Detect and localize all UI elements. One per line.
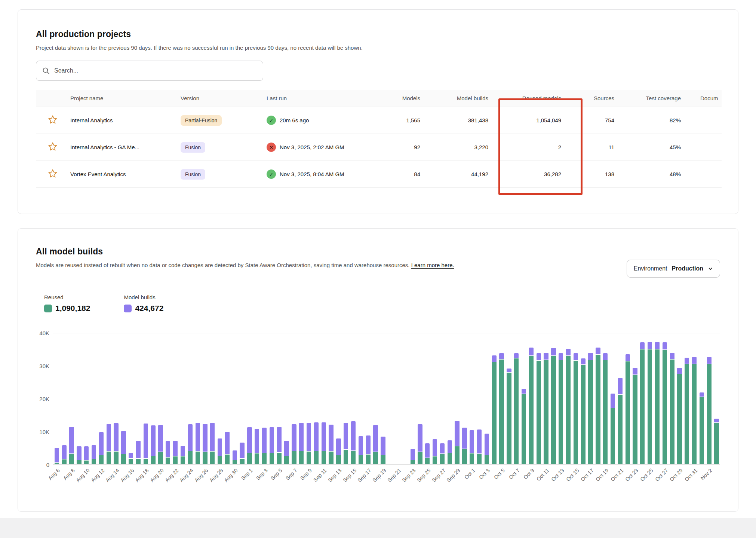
x-axis-tick-label: Oct 7 <box>508 467 521 480</box>
x-axis-tick-label: Oct 21 <box>609 467 624 482</box>
x-axis-tick-label: Sep 7 <box>285 467 298 481</box>
legend-label: Model builds <box>124 294 163 300</box>
chart-legend: Reused 1,090,182 Model builds 424,672 <box>44 294 720 313</box>
y-axis-tick-label: 30K <box>39 363 49 369</box>
legend-item-reused: Reused 1,090,182 <box>44 294 90 313</box>
column-header-test-coverage: Test coverage <box>615 95 682 101</box>
search-box[interactable] <box>36 61 263 81</box>
x-axis-tick-label: Oct 17 <box>580 467 594 482</box>
reused-models-value: 36,282 <box>489 171 562 177</box>
search-icon <box>42 67 50 74</box>
plot-area: Aug 6Aug 8Aug 10Aug 12Aug 14Aug 16Aug 18… <box>53 333 720 465</box>
x-axis-tick-label: Aug 18 <box>134 467 150 483</box>
x-axis-tick-label: Sep 1 <box>240 467 254 481</box>
table-header-row: Project name Version Last run Models Mod… <box>36 90 722 107</box>
y-axis-tick-label: 10K <box>39 429 49 435</box>
gridline <box>53 366 720 366</box>
y-axis-tick-label: 0 <box>46 462 49 468</box>
x-axis-tick-label: Aug 6 <box>47 467 61 481</box>
x-axis-tick-label: Oct 1 <box>463 467 476 480</box>
reused-swatch-icon <box>44 305 52 312</box>
x-axis-tick-label: Oct 23 <box>624 467 639 482</box>
x-axis-tick-label: Oct 31 <box>683 467 698 482</box>
x-axis-tick-label: Oct 9 <box>522 467 535 480</box>
test-coverage-value: 82% <box>615 117 682 123</box>
x-axis-tick-label: Oct 29 <box>669 467 683 482</box>
search-input[interactable] <box>54 67 257 74</box>
models-value: 92 <box>377 144 421 150</box>
sources-value: 754 <box>562 117 615 123</box>
error-status-icon: ✕ <box>267 143 276 152</box>
table-row: Internal Analytics Partial-Fusion ✓20m 6… <box>36 107 722 134</box>
column-header-model-builds: Model builds <box>421 95 489 101</box>
x-axis-tick-label: Sep 21 <box>386 467 402 483</box>
last-run-text: 20m 6s ago <box>280 117 309 123</box>
legend-value: 1,090,182 <box>55 304 90 313</box>
projects-card-subtitle: Project data shown is for the previous 9… <box>36 45 720 51</box>
x-axis-tick-label: Sep 27 <box>431 467 447 483</box>
star-icon[interactable] <box>48 169 58 178</box>
x-axis-tick-label: Sep 5 <box>270 467 283 481</box>
version-badge: Partial-Fusion <box>181 115 222 126</box>
legend-label: Reused <box>44 294 90 300</box>
x-axis-tick-label: Oct 25 <box>639 467 654 482</box>
star-icon[interactable] <box>48 115 58 125</box>
star-icon[interactable] <box>48 142 58 152</box>
x-axis-tick-label: Aug 22 <box>164 467 180 483</box>
test-coverage-value: 48% <box>615 171 682 177</box>
x-axis-tick-label: Sep 11 <box>312 467 328 483</box>
environment-dropdown-label: Environment <box>634 265 667 272</box>
x-axis-tick-label: Sep 19 <box>371 467 387 483</box>
x-axis-tick-label: Sep 3 <box>255 467 268 481</box>
x-axis-tick-label: Aug 8 <box>62 467 76 481</box>
last-run-text: Nov 3, 2025, 2:02 AM GM <box>280 144 344 150</box>
project-name-link[interactable]: Vortex Event Analytics <box>70 171 126 177</box>
chevron-down-icon <box>708 266 713 271</box>
x-axis-tick-label: Aug 26 <box>193 467 209 483</box>
last-run-text: Nov 3, 2025, 8:04 AM GM <box>280 171 344 177</box>
model-builds-value: 44,192 <box>421 171 489 177</box>
projects-card: All production projects Project data sho… <box>18 9 738 214</box>
success-status-icon: ✓ <box>267 169 276 179</box>
x-axis-tick-label: Aug 20 <box>149 467 165 483</box>
legend-item-model-builds: Model builds 424,672 <box>124 294 163 313</box>
x-axis-tick-label: Sep 29 <box>445 467 461 483</box>
x-axis-tick-label: Sep 9 <box>299 467 313 481</box>
y-axis-tick-label: 40K <box>39 330 49 336</box>
sources-value: 11 <box>562 144 615 150</box>
projects-table: Project name Version Last run Models Mod… <box>36 90 722 188</box>
x-axis-tick-label: Oct 3 <box>478 467 491 480</box>
success-status-icon: ✓ <box>267 116 276 125</box>
project-name-link[interactable]: Internal Analytics - GA Me... <box>70 144 139 150</box>
environment-dropdown-value: Production <box>672 265 703 272</box>
gridline <box>53 333 720 333</box>
column-header-last-run: Last run <box>266 95 377 101</box>
reused-models-value: 1,054,049 <box>489 117 562 123</box>
x-axis-tick-label: Aug 30 <box>223 467 239 483</box>
x-axis-tick-label: Sep 25 <box>416 467 432 483</box>
project-name-link[interactable]: Internal Analytics <box>70 117 113 123</box>
column-header-models: Models <box>377 95 421 101</box>
x-axis-tick-label: Sep 17 <box>356 467 372 483</box>
table-row: Internal Analytics - GA Me... Fusion ✕No… <box>36 134 722 161</box>
column-header-sources: Sources <box>562 95 615 101</box>
model-builds-swatch-icon <box>124 305 132 312</box>
version-badge: Fusion <box>181 142 205 153</box>
learn-more-link[interactable]: Learn more here. <box>411 262 454 268</box>
model-builds-card: All model builds Models are reused inste… <box>18 228 738 512</box>
x-axis-tick-label: Oct 19 <box>594 467 609 482</box>
x-axis-tick-label: Aug 12 <box>90 467 106 483</box>
column-header-reused-models: Reused models <box>489 95 562 101</box>
page-footer-strip <box>0 518 756 538</box>
x-axis-tick-label: Aug 14 <box>104 467 120 483</box>
legend-value: 424,672 <box>135 304 163 313</box>
x-axis-tick-label: Oct 13 <box>550 467 565 482</box>
x-axis-tick-label: Aug 10 <box>75 467 91 483</box>
column-header-version: Version <box>180 95 266 101</box>
builds-card-title: All model builds <box>36 247 720 257</box>
x-axis-tick-label: Oct 11 <box>535 467 550 482</box>
gridline <box>53 399 720 399</box>
x-axis-tick-label: Oct 15 <box>565 467 580 482</box>
test-coverage-value: 45% <box>615 144 682 150</box>
environment-dropdown[interactable]: Environment Production <box>627 260 720 278</box>
